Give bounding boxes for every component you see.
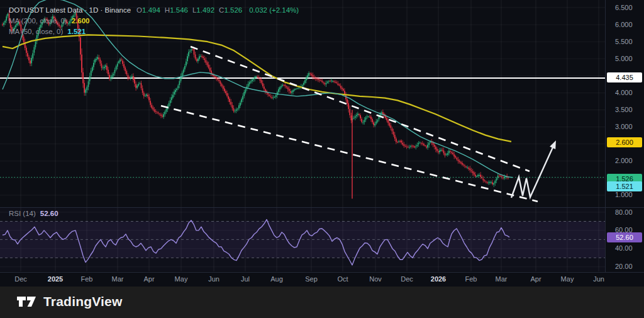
rsi-label: RSI (14) [9,210,36,217]
time-tick-label: Oct [337,275,348,283]
symbol-title: DOTUSDT Latest Data · 1D · Binance [9,6,131,14]
legend: DOTUSDT Latest Data · 1D · BinanceO1.494… [9,5,299,37]
price-tick-label: 1.000 [615,191,633,198]
time-tick-label: Mar [496,275,508,283]
ma50-value: 1.521 [67,28,86,35]
symbol-legend-row[interactable]: DOTUSDT Latest Data · 1D · BinanceO1.494… [9,5,299,16]
price-label-badge: 52.60 [607,232,642,242]
change-value: 0.032 (+2.14%) [249,6,299,14]
ohlc-h: H1.546 [165,6,188,14]
ohlc-c: C1.526 [219,6,242,14]
rsi-legend-row[interactable]: RSI (14)52.60 [9,208,58,219]
price-tick-label: 5.000 [615,55,633,62]
price-tick-label: 5.500 [615,38,633,45]
ma200-line[interactable] [3,35,511,142]
rsi-tick-label: 20.00 [615,263,633,270]
price-tick-label: 3.000 [615,123,633,130]
price-label-badge: 4.435 [607,72,642,82]
breakout-arrow[interactable] [511,147,553,198]
time-tick-label: Nov [369,275,382,283]
price-tick-label: 3.500 [615,106,633,113]
price-label-badge: 2.600 [607,137,642,147]
price-tick-label: 6.000 [615,21,633,28]
ma50-label: MA (50, close, 0) [9,28,63,35]
tradingview-logo-icon [16,294,38,309]
time-tick-label: Apr [143,275,154,283]
price-tick-label: 6.500 [615,4,633,11]
time-axis[interactable]: Dec2025FebMarAprMayJunJulAugSepOctNovDec… [0,272,644,287]
time-tick-label: Dec [401,275,413,283]
rsi-tick-label: 40.00 [615,244,633,252]
ohlc-l: L1.492 [192,6,214,14]
price-tick-label: 4.000 [615,89,633,96]
ma200-value: 2.600 [72,17,90,25]
time-tick-label: Apr [530,275,541,283]
time-tick-label: May [175,275,188,283]
tradingview-logo-text: TradingView [43,294,123,309]
rsi-tick-label: 80.00 [615,208,633,216]
price-axis[interactable]: 6.5006.0005.5005.0004.5004.0003.5003.000… [606,0,644,272]
time-tick-label: Jul [241,275,250,283]
time-tick-label: Sep [305,275,318,283]
chart-canvas[interactable] [0,0,644,287]
breakout-arrow-head [550,140,556,149]
time-tick-label: Feb [465,275,477,283]
ma200-label: MA (200, close, 0) [9,17,67,25]
time-tick-label: Feb [81,275,93,283]
time-tick-label: Jun [208,275,219,283]
time-tick-label: Aug [270,275,283,283]
time-tick-label: Dec [14,275,27,283]
ma50-legend-row[interactable]: MA (50, close, 0)1.521 [9,26,299,37]
time-tick-label: 2025 [48,275,63,283]
ohlc-values: O1.494H1.546L1.492C1.526 [136,6,247,14]
pane-divider[interactable] [0,207,644,208]
wedge-upper-trendline[interactable] [191,47,530,171]
tradingview-chart-app: DOTUSDT Latest Data · 1D · BinanceO1.494… [0,0,644,318]
footer-bar: TradingView [0,287,644,318]
tradingview-logo[interactable]: TradingView [16,294,123,309]
price-tick-label: 2.000 [615,157,633,164]
rsi-value: 52.60 [40,210,58,217]
time-tick-label: Jun [593,275,604,283]
time-tick-label: Mar [112,275,124,283]
ohlc-o: O1.494 [136,6,160,14]
price-label-badge: 1.521 [607,181,642,191]
chart-area[interactable]: DOTUSDT Latest Data · 1D · BinanceO1.494… [0,0,644,287]
time-tick-label: May [561,275,574,283]
time-tick-label: 2026 [431,275,446,283]
ma200-legend-row[interactable]: MA (200, close, 0)2.600 [9,16,299,26]
